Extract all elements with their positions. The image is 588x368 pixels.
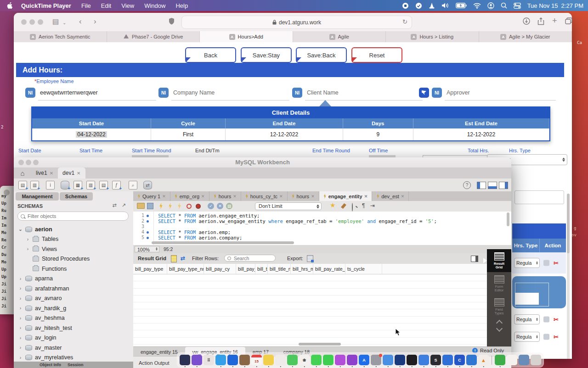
close-icon[interactable]: ✕ bbox=[162, 194, 166, 199]
schema-tree-item[interactable]: › av_hardik_g bbox=[14, 303, 133, 313]
schema-filter[interactable] bbox=[17, 212, 129, 221]
share-icon[interactable] bbox=[537, 17, 544, 27]
dock-icon[interactable] bbox=[507, 355, 517, 365]
grid-row[interactable] bbox=[133, 296, 487, 302]
back-icon[interactable]: ‹ bbox=[79, 17, 82, 26]
grid-row[interactable] bbox=[133, 281, 487, 288]
dock-icon[interactable]: 15 bbox=[251, 355, 262, 365]
panel-toggle-icon[interactable] bbox=[471, 256, 478, 262]
close-icon[interactable]: ✕ bbox=[77, 171, 80, 176]
expand-arrow-icon[interactable]: › bbox=[18, 296, 23, 301]
schema-tree-item[interactable]: ⌄ aerion bbox=[14, 224, 133, 234]
query-tab[interactable]: hours ✕ bbox=[288, 191, 319, 201]
tab-management[interactable]: Management bbox=[16, 192, 59, 201]
close-icon[interactable]: ✕ bbox=[279, 194, 283, 199]
grid-column-header[interactable]: bill_pay_type bbox=[133, 264, 167, 274]
menu-item[interactable]: File bbox=[81, 2, 91, 9]
expand-arrow-icon[interactable]: › bbox=[18, 355, 23, 360]
dock-icon[interactable]: ❀ bbox=[299, 355, 310, 365]
row-checkbox[interactable] bbox=[543, 317, 549, 323]
dock-icon[interactable]: C bbox=[454, 355, 465, 365]
form-button[interactable]: Back bbox=[185, 47, 236, 63]
schema-tree-item[interactable]: › av_login bbox=[14, 333, 133, 343]
close-icon[interactable]: ✕ bbox=[401, 194, 405, 199]
chevron-down-icon[interactable]: ⌄ bbox=[62, 19, 66, 27]
query-tab[interactable]: emp_org ✕ bbox=[170, 191, 209, 201]
close-icon[interactable]: ✕ bbox=[364, 194, 368, 199]
battery-charging-icon[interactable] bbox=[456, 3, 467, 8]
tab-schemas[interactable]: Schemas bbox=[60, 192, 93, 201]
toggle-bottom-panel-icon[interactable] bbox=[488, 182, 497, 189]
browser-tab[interactable]: A Agile bbox=[293, 31, 386, 42]
zoom-button[interactable] bbox=[33, 160, 39, 165]
connection-tab[interactable]: live1 ✕ bbox=[31, 167, 58, 178]
expand-arrow-icon[interactable]: › bbox=[18, 276, 23, 281]
create-view-icon[interactable]: ▥ bbox=[86, 181, 95, 190]
browser-tab[interactable]: A Aerion Tech Saymentic bbox=[14, 31, 107, 42]
form-button[interactable]: Save:Stay bbox=[241, 47, 292, 63]
dock-icon[interactable] bbox=[180, 355, 190, 365]
dock-icon[interactable] bbox=[335, 355, 345, 365]
query-tab[interactable]: hours_cy_tc ✕ bbox=[241, 191, 288, 201]
expand-arrow-icon[interactable]: › bbox=[26, 246, 30, 251]
dock-icon[interactable] bbox=[192, 355, 202, 365]
hrs-type-row-select[interactable]: Regula bbox=[514, 314, 540, 324]
help-icon[interactable]: ? bbox=[463, 181, 471, 189]
filter-icon[interactable] bbox=[419, 88, 429, 98]
grid-column-header[interactable]: bill_pay_type_nm bbox=[167, 264, 204, 274]
apple-icon[interactable] bbox=[6, 2, 13, 9]
grid-hscrollbar[interactable] bbox=[299, 343, 341, 346]
create-procedure-icon[interactable]: ▤ bbox=[99, 181, 108, 190]
dock-icon[interactable] bbox=[275, 355, 286, 365]
field-placeholder[interactable]: Approver bbox=[447, 89, 470, 96]
downloads-icon[interactable] bbox=[523, 17, 530, 27]
schema-tree-item[interactable]: › aparna bbox=[14, 274, 133, 284]
delete-scissors-icon[interactable]: ✂ bbox=[554, 334, 559, 340]
result-view-option[interactable]: Form Editor bbox=[487, 272, 511, 295]
vlc-cone-icon[interactable] bbox=[429, 2, 435, 9]
dock-icon[interactable] bbox=[418, 355, 429, 365]
hrs-type-row-select[interactable]: Regula bbox=[514, 332, 540, 342]
wifi-icon[interactable] bbox=[473, 3, 481, 9]
ni-badge[interactable]: NI bbox=[292, 88, 302, 98]
dock-icon[interactable]: ⠿ bbox=[204, 355, 214, 365]
background-notes-window[interactable]: myUpRuImImMoReCrDuMoUpUpJiJiJiJi bbox=[0, 186, 14, 314]
close-icon[interactable]: ✕ bbox=[233, 194, 237, 199]
reload-icon[interactable]: ↻ bbox=[402, 18, 407, 25]
filter-input[interactable] bbox=[27, 213, 125, 219]
expand-arrow-icon[interactable]: ⌄ bbox=[18, 227, 23, 232]
form-button[interactable]: Reset bbox=[351, 47, 402, 63]
grid-icon[interactable] bbox=[171, 255, 177, 262]
commit-icon[interactable]: ✓ bbox=[208, 203, 214, 209]
popup-option[interactable] bbox=[515, 293, 539, 305]
dock-icon[interactable] bbox=[495, 355, 505, 365]
dock-icon[interactable] bbox=[287, 355, 298, 365]
schema-tree-item[interactable]: Functions bbox=[14, 264, 133, 274]
dock-icon[interactable] bbox=[239, 355, 250, 365]
schema-tree-item[interactable]: Stored Procedures bbox=[14, 254, 133, 264]
browser-tab[interactable]: A Hours>Add bbox=[200, 31, 293, 42]
ni-badge[interactable]: NI bbox=[25, 88, 35, 98]
page-scrollbar[interactable] bbox=[567, 194, 570, 359]
dock-icon[interactable] bbox=[531, 355, 541, 365]
grid-row[interactable] bbox=[133, 309, 487, 316]
invisible-chars-icon[interactable]: ¶ bbox=[362, 202, 365, 209]
dock-icon[interactable] bbox=[215, 355, 226, 365]
field-placeholder[interactable]: Client Name bbox=[307, 89, 339, 96]
grid-column-header[interactable]: ts_cycle bbox=[345, 264, 382, 274]
close-button[interactable] bbox=[21, 19, 27, 25]
wrap-text-icon[interactable]: ⇥ bbox=[370, 202, 375, 209]
schema-tree-item[interactable]: › av_myrelatives bbox=[14, 353, 133, 363]
address-bar[interactable]: dev1.atguru.work ↻ bbox=[181, 16, 412, 29]
schema-tree-item[interactable]: › Views bbox=[14, 244, 133, 254]
rollback-icon[interactable]: ✕ bbox=[217, 203, 223, 209]
new-query-tab-icon[interactable]: ▤ bbox=[18, 181, 27, 190]
grid-column-header[interactable]: bill_pay_cy bbox=[204, 264, 236, 274]
user-account-icon[interactable] bbox=[487, 2, 494, 9]
minimize-button[interactable] bbox=[26, 160, 31, 165]
schema-tree-item[interactable]: › av_heshma bbox=[14, 313, 133, 323]
sidebar-bottom-tab[interactable]: Object Info bbox=[40, 362, 61, 367]
create-schema-icon[interactable] bbox=[61, 181, 69, 190]
query-tab[interactable]: engage_entity ✕ bbox=[319, 191, 373, 201]
grid-column-header[interactable]: bill_title bbox=[255, 264, 268, 274]
